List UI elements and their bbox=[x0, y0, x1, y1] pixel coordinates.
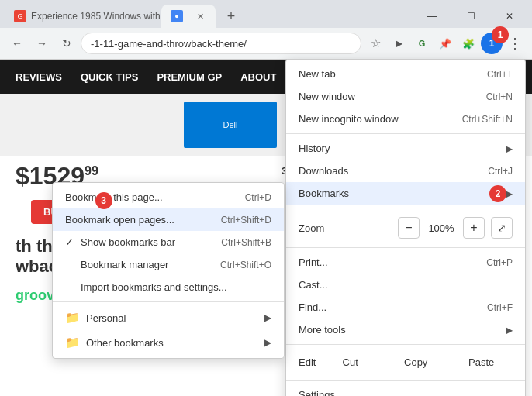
back-button[interactable]: ← bbox=[6, 33, 28, 54]
tab-bar: G Experience 1985 Windows with t ✕ ● ✕ +… bbox=[0, 0, 532, 28]
menu-new-incognito[interactable]: New incognito window Ctrl+Shift+N bbox=[286, 108, 525, 130]
toolbar-actions: ☆ ▶ G 📌 🧩 1 1 ⋮ bbox=[364, 33, 526, 54]
bookmarks-label: Bookmarks bbox=[299, 188, 349, 199]
menu-settings[interactable]: Settings bbox=[286, 384, 525, 396]
minimize-button[interactable]: — bbox=[414, 5, 450, 28]
more-tools-arrow: ▶ bbox=[506, 325, 513, 336]
zoom-value: 100% bbox=[426, 222, 457, 234]
copy-button[interactable]: Copy bbox=[385, 353, 447, 371]
history-label: History bbox=[299, 143, 330, 154]
nav-about[interactable]: ABOUT bbox=[240, 71, 276, 83]
menu-print[interactable]: Print... Ctrl+P bbox=[286, 251, 525, 274]
reload-button[interactable]: ↻ bbox=[56, 33, 78, 54]
tab1-favicon: G bbox=[14, 10, 26, 22]
menu-new-tab[interactable]: New tab Ctrl+T bbox=[286, 63, 525, 85]
divider-3 bbox=[286, 247, 525, 248]
zoom-label: Zoom bbox=[299, 222, 398, 234]
bookmark-page-label: Bookmark this page... bbox=[65, 191, 163, 203]
red-badge-1: 1 bbox=[492, 26, 509, 43]
new-tab-label: New tab bbox=[299, 68, 336, 80]
find-label: Find... bbox=[299, 301, 326, 313]
menu-history[interactable]: History ▶ bbox=[286, 137, 525, 160]
extensions-icon[interactable]: 🧩 bbox=[458, 33, 479, 54]
more-tools-label: More tools bbox=[299, 324, 346, 336]
menu-find[interactable]: Find... Ctrl+F bbox=[286, 296, 525, 319]
cut-button[interactable]: Cut bbox=[319, 353, 382, 371]
downloads-label: Downloads bbox=[299, 165, 348, 177]
red-badge-2: 2 bbox=[489, 185, 506, 202]
bookmark-manager-label: Bookmark manager bbox=[81, 259, 168, 270]
menu-downloads[interactable]: Downloads Ctrl+J bbox=[286, 160, 525, 182]
bookmark-open-label: Bookmark open pages... bbox=[65, 214, 174, 226]
close-button[interactable]: ✕ bbox=[492, 5, 527, 28]
personal-label: Personal bbox=[86, 312, 126, 324]
window-controls: — ☐ ✕ bbox=[414, 5, 527, 28]
menu-new-window[interactable]: New window Ctrl+N bbox=[286, 85, 525, 108]
other-bookmarks-item[interactable]: 📁 Other bookmarks ▶ bbox=[53, 330, 284, 355]
personal-arrow: ▶ bbox=[264, 312, 271, 323]
menu-more-tools[interactable]: More tools ▶ bbox=[286, 319, 525, 341]
edit-row: Edit Cut Copy Paste bbox=[286, 348, 525, 377]
menu-zoom-row: Zoom − 100% + ⤢ bbox=[286, 212, 525, 244]
new-tab-button[interactable]: + bbox=[220, 5, 242, 27]
bookmark-manager-shortcut: Ctrl+Shift+O bbox=[220, 260, 271, 270]
browser-chrome: G Experience 1985 Windows with t ✕ ● ✕ +… bbox=[0, 0, 532, 60]
new-incognito-shortcut: Ctrl+Shift+N bbox=[462, 114, 513, 125]
forward-button[interactable]: → bbox=[31, 33, 53, 54]
nav-premium[interactable]: PREMIUM GP bbox=[157, 71, 222, 83]
menu-cast[interactable]: Cast... bbox=[286, 274, 525, 296]
tab-2[interactable]: ● ✕ bbox=[161, 5, 216, 28]
settings-label: Settings bbox=[299, 389, 335, 396]
main-menu: New tab Ctrl+T New window Ctrl+N New inc… bbox=[285, 59, 526, 396]
other-arrow: ▶ bbox=[264, 337, 271, 348]
downloads-shortcut: Ctrl+J bbox=[488, 166, 513, 177]
new-tab-shortcut: Ctrl+T bbox=[487, 69, 513, 80]
zoom-out-button[interactable]: − bbox=[398, 217, 420, 239]
divider-4 bbox=[286, 344, 525, 345]
bookmarks-submenu: Bookmark this page... Ctrl+D Bookmark op… bbox=[52, 182, 285, 359]
groovy-icon[interactable]: G bbox=[411, 33, 433, 54]
avatar-container[interactable]: 1 1 bbox=[481, 33, 503, 54]
media-icon[interactable]: ▶ bbox=[388, 33, 409, 54]
folder-icon-other: 📁 bbox=[65, 336, 80, 350]
history-arrow: ▶ bbox=[506, 143, 513, 154]
bookmark-open-pages-item[interactable]: Bookmark open pages... Ctrl+Shift+D bbox=[53, 208, 284, 231]
bookmark-manager-item[interactable]: Bookmark manager Ctrl+Shift+O bbox=[53, 253, 284, 276]
print-label: Print... bbox=[299, 257, 328, 268]
folder-icon-personal: 📁 bbox=[65, 311, 80, 325]
bookmark-page-item[interactable]: Bookmark this page... Ctrl+D bbox=[53, 186, 284, 208]
address-input[interactable] bbox=[81, 33, 361, 54]
show-bookmarks-shortcut: Ctrl+Shift+B bbox=[221, 237, 271, 248]
nav-reviews[interactable]: REVIEWS bbox=[16, 71, 62, 83]
tab2-favicon: ● bbox=[171, 10, 183, 22]
divider-2 bbox=[286, 208, 525, 208]
bookmarks-arrow: ▶ bbox=[506, 188, 513, 199]
bookmark-page-shortcut: Ctrl+D bbox=[245, 192, 271, 203]
import-label: Import bookmarks and settings... bbox=[81, 281, 227, 293]
import-item[interactable]: Import bookmarks and settings... bbox=[53, 276, 284, 298]
menu-bookmarks[interactable]: Bookmarks 2 ▶ Bookmark this page... Ctrl… bbox=[286, 182, 525, 205]
find-shortcut: Ctrl+F bbox=[487, 302, 513, 313]
personal-folder-item[interactable]: 📁 Personal ▶ bbox=[53, 305, 284, 330]
other-label: Other bookmarks bbox=[86, 337, 164, 349]
zoom-controls: − 100% + ⤢ bbox=[398, 217, 513, 239]
new-window-label: New window bbox=[299, 91, 355, 102]
show-bookmarks-bar-item[interactable]: ✓ Show bookmarks bar Ctrl+Shift+B bbox=[53, 231, 284, 253]
tab2-close[interactable]: ✕ bbox=[194, 10, 206, 22]
sub-divider-1 bbox=[53, 301, 284, 302]
tab-1[interactable]: G Experience 1985 Windows with t ✕ bbox=[5, 5, 160, 28]
nav-quick-tips[interactable]: QUICK TIPS bbox=[81, 71, 138, 83]
divider-1 bbox=[286, 133, 525, 134]
divider-5 bbox=[286, 380, 525, 381]
address-bar: ← → ↻ ☆ ▶ G 📌 🧩 1 1 ⋮ bbox=[0, 28, 532, 59]
pin-icon[interactable]: 📌 bbox=[434, 33, 456, 54]
cast-label: Cast... bbox=[299, 279, 328, 291]
zoom-fullscreen-button[interactable]: ⤢ bbox=[491, 217, 513, 239]
bookmark-star-icon[interactable]: ☆ bbox=[364, 33, 386, 54]
zoom-in-button[interactable]: + bbox=[463, 217, 485, 239]
paste-button[interactable]: Paste bbox=[450, 353, 513, 371]
new-window-shortcut: Ctrl+N bbox=[486, 91, 513, 102]
check-icon: ✓ bbox=[65, 236, 78, 248]
maximize-button[interactable]: ☐ bbox=[453, 5, 489, 28]
bookmark-open-shortcut: Ctrl+Shift+D bbox=[221, 215, 271, 226]
